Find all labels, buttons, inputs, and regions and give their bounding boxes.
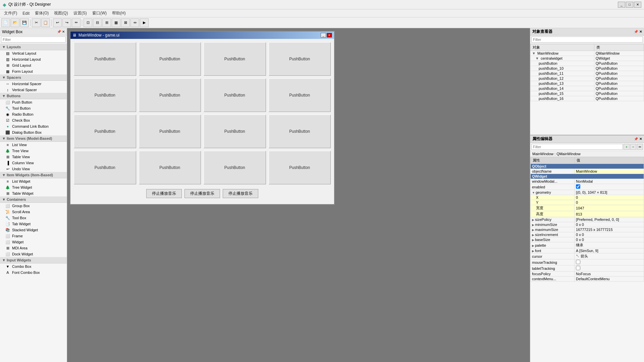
prop-tablettracking[interactable]: tabletTracking [531, 265, 644, 272]
toolbar-flayout[interactable]: ▦ [112, 18, 120, 27]
push-button-2[interactable]: PushButton [139, 42, 201, 76]
push-button-6[interactable]: PushButton [139, 78, 201, 112]
prop-font[interactable]: ▶font A [SimSun, 9] [531, 248, 644, 253]
category-spacers[interactable]: ▼ Spacers [0, 74, 67, 81]
wb-tool-box[interactable]: 🔧Tool Box [0, 215, 67, 221]
toolbar-hlayout[interactable]: ⊡ [84, 18, 92, 27]
property-add-button[interactable]: + [624, 144, 630, 150]
push-button-13[interactable]: PushButton [74, 151, 136, 184]
prop-focuspolicy[interactable]: focusPolicy NoFocus [531, 272, 644, 277]
wb-tree-view[interactable]: 🌲Tree View [0, 148, 67, 154]
wb-vertical-layout[interactable]: ▤Vertical Layout [0, 50, 67, 56]
push-button-1[interactable]: PushButton [74, 42, 136, 76]
category-containers[interactable]: ▼ Containers [0, 196, 67, 203]
close-button[interactable]: ✕ [634, 2, 641, 8]
designer-minimize-button[interactable]: _ [321, 33, 326, 38]
wb-form-layout[interactable]: ▦Form Layout [0, 68, 67, 74]
push-button-12[interactable]: PushButton [269, 115, 331, 148]
push-button-11[interactable]: PushButton [204, 115, 266, 148]
stop-music-button-2[interactable]: 停止播放音乐 [184, 189, 220, 198]
menu-window[interactable]: 窗口(W) [90, 10, 109, 17]
push-button-3[interactable]: PushButton [204, 42, 266, 76]
widget-box-close[interactable]: ✕ [62, 30, 65, 34]
menu-file[interactable]: 文件(F) [1, 10, 20, 17]
push-button-5[interactable]: PushButton [74, 78, 136, 112]
push-button-15[interactable]: PushButton [204, 151, 266, 184]
toolbar-vlayout[interactable]: ⊟ [93, 18, 102, 27]
obj-row-pushbutton11[interactable]: pushButton_11 QPushButton [531, 71, 644, 76]
designer-close-button[interactable]: ✕ [327, 33, 332, 38]
push-button-14[interactable]: PushButton [139, 151, 201, 184]
wb-tab-widget[interactable]: 📑Tab Widget [0, 221, 67, 227]
wb-check-box[interactable]: ☑Check Box [0, 117, 67, 123]
toolbar-new[interactable]: 📄 [1, 18, 10, 27]
stop-music-button-3[interactable]: 停止播放音乐 [223, 189, 258, 198]
prop-basesize[interactable]: ▶baseSize 0 x 0 [531, 237, 644, 242]
wb-tool-button[interactable]: 🔧Tool Button [0, 105, 67, 111]
wb-scroll-area[interactable]: 📜Scroll Area [0, 209, 67, 215]
toolbar-open[interactable]: 📂 [11, 18, 19, 27]
property-filter[interactable]: + − ✏ [530, 143, 644, 151]
wb-group-box[interactable]: ⬜Group Box [0, 203, 67, 209]
property-editor-pin[interactable]: 📌 [634, 137, 638, 141]
property-remove-button[interactable]: − [630, 144, 636, 150]
wb-horizontal-spacer[interactable]: ↔Horizontal Spacer [0, 81, 67, 87]
wb-grid-layout[interactable]: ⊞Grid Layout [0, 62, 67, 68]
stop-music-button-1[interactable]: 停止播放音乐 [146, 189, 182, 198]
object-inspector-pin[interactable]: 📌 [634, 30, 638, 34]
push-button-8[interactable]: PushButton [269, 78, 331, 112]
wb-list-widget[interactable]: ≡List Widget [0, 178, 67, 184]
wb-vertical-spacer[interactable]: ↕Vertical Spacer [0, 87, 67, 93]
toolbar-widget-edit[interactable]: ✏ [72, 18, 80, 27]
menu-view[interactable]: 视图(Q) [51, 10, 70, 17]
prop-windowmodal[interactable]: windowModal... NonModal [531, 179, 644, 184]
prop-y[interactable]: Y 0 [531, 200, 644, 205]
wb-combo-box[interactable]: ▼Combo Box [0, 263, 67, 269]
property-editor-close[interactable]: ✕ [639, 137, 642, 141]
toolbar-preview[interactable]: ▶ [140, 18, 149, 27]
obj-row-centralwidget[interactable]: ▼ centralwidget QWidget [531, 56, 644, 61]
prop-geometry[interactable]: ▼geometry [(0, 0), 1047 × 813] [531, 190, 644, 195]
widget-box-pin[interactable]: 📌 [57, 30, 61, 34]
wb-undo-view[interactable]: ↩Undo View [0, 166, 67, 172]
prop-tablettracking-checkbox[interactable] [576, 266, 580, 270]
property-edit-button[interactable]: ✏ [637, 144, 643, 150]
toolbar-undo[interactable]: ↩ [53, 18, 62, 27]
prop-palette[interactable]: ▶palette 继承 [531, 242, 644, 248]
category-layouts[interactable]: ▼ Layouts [0, 44, 67, 50]
obj-row-pushbutton12[interactable]: pushButton_12 QPushButton [531, 76, 644, 81]
wb-dialog-button-box[interactable]: ⬛Dialog Button Box [0, 129, 67, 135]
push-button-7[interactable]: PushButton [204, 78, 266, 112]
obj-row-mainwindow[interactable]: ▼ MainWindow QMainWindow [531, 51, 644, 56]
toolbar-redo[interactable]: ↪ [62, 18, 71, 27]
prop-enabled[interactable]: enabled [531, 184, 644, 190]
toolbar-glayout[interactable]: ⊞ [102, 18, 111, 27]
prop-mousetracking-checkbox[interactable] [576, 260, 580, 264]
prop-sizepolicy[interactable]: ▶sizePolicy [Preferred, Preferred, 0, 0] [531, 217, 644, 222]
category-buttons[interactable]: ▼ Buttons [0, 93, 67, 99]
menu-edit[interactable]: Edit [20, 10, 32, 16]
wb-push-button[interactable]: ⬜Push Button [0, 99, 67, 105]
wb-widget[interactable]: ⬜Widget [0, 239, 67, 245]
obj-row-pushbutton15[interactable]: pushButton_15 QPushButton [531, 91, 644, 96]
obj-row-pushbutton10[interactable]: pushButton_10 QPushButton [531, 66, 644, 71]
prop-sizeincrement[interactable]: ▶sizeIncrement 0 x 0 [531, 232, 644, 237]
wb-mdi-area[interactable]: ⊞MDI Area [0, 245, 67, 251]
toolbar-break-layout[interactable]: ⊠ [121, 18, 130, 27]
wb-font-combo-box[interactable]: AFont Combo Box [0, 269, 67, 276]
push-button-10[interactable]: PushButton [139, 115, 201, 148]
prop-maximumsize[interactable]: ▶maximumSize 16777215 x 16777215 [531, 227, 644, 232]
minimize-button[interactable]: _ [618, 2, 625, 8]
wb-list-view[interactable]: ≡List View [0, 142, 67, 148]
push-button-16[interactable]: PushButton [269, 151, 331, 184]
prop-x[interactable]: X 0 [531, 195, 644, 200]
prop-cursor[interactable]: cursor ↖ 箭头 [531, 253, 644, 259]
category-input-widgets[interactable]: ▼ Input Widgets [0, 257, 67, 263]
category-item-widgets[interactable]: ▼ Item Widgets (Item-Based) [0, 172, 67, 178]
push-button-9[interactable]: PushButton [74, 115, 136, 148]
menu-form[interactable]: 窗体(O) [32, 10, 51, 17]
toolbar-copy[interactable]: 📋 [41, 18, 50, 27]
wb-frame[interactable]: ⬜Frame [0, 233, 67, 239]
category-item-views[interactable]: ▼ Item Views (Model-Based) [0, 135, 67, 142]
menu-settings[interactable]: 设置(S) [71, 10, 90, 17]
